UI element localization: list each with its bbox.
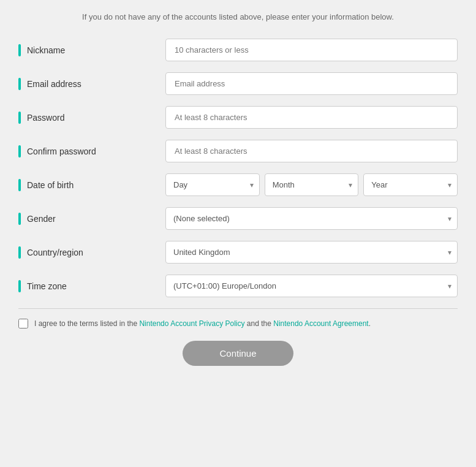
email-input[interactable] [165,72,458,95]
country-accent-bar [18,246,21,259]
year-select-wrapper: Year ▾ [363,173,458,196]
terms-text: I agree to the terms listed in the Ninte… [34,319,371,328]
day-select-wrapper: Day ▾ [165,173,260,196]
gender-label-area: Gender [18,213,165,225]
password-accent-bar [18,112,21,124]
confirm-password-input[interactable] [165,140,458,162]
timezone-select-area: (UTC+01:00) Europe/London (UTC+00:00) UT… [165,275,458,297]
country-label-area: Country/region [18,246,165,259]
terms-middle: and the [245,319,274,328]
timezone-accent-bar [18,280,21,292]
gender-select-area: (None selected) Male Female Other ▾ [165,207,458,230]
dob-selects: Day ▾ Month ▾ Year ▾ [165,173,458,196]
email-label: Email address [27,79,81,89]
country-row: Country/region United Kingdom United Sta… [18,241,458,264]
terms-checkbox[interactable] [18,319,28,328]
country-label: Country/region [27,248,83,257]
timezone-select-wrapper: (UTC+01:00) Europe/London (UTC+00:00) UT… [165,275,458,297]
password-input-area [165,106,458,129]
terms-prefix: I agree to the terms listed in the [34,319,139,328]
dob-row: Date of birth Day ▾ Month ▾ Year ▾ [18,173,458,196]
terms-suffix: . [369,319,371,328]
nickname-input[interactable] [165,39,458,61]
password-row: Password [18,106,458,129]
password-input[interactable] [165,106,458,129]
timezone-label-area: Time zone [18,280,165,292]
gender-select-wrapper: (None selected) Male Female Other ▾ [165,207,458,230]
nickname-label: Nickname [27,45,65,55]
nickname-row: Nickname [18,39,458,61]
intro-text: If you do not have any of the accounts l… [18,12,458,21]
gender-accent-bar [18,213,21,225]
timezone-select[interactable]: (UTC+01:00) Europe/London (UTC+00:00) UT… [165,275,458,297]
account-agreement-link[interactable]: Nintendo Account Agreement [273,319,368,328]
confirm-password-label: Confirm password [27,146,96,156]
button-row: Continue [18,341,458,366]
year-select[interactable]: Year [363,173,458,196]
nickname-label-area: Nickname [18,44,165,56]
day-select[interactable]: Day [165,173,260,196]
confirm-password-input-area [165,140,458,162]
privacy-policy-link[interactable]: Nintendo Account Privacy Policy [139,319,244,328]
country-select[interactable]: United Kingdom United States France Germ… [165,241,458,264]
confirm-password-accent-bar [18,145,21,158]
terms-row: I agree to the terms listed in the Ninte… [18,308,458,328]
country-select-area: United Kingdom United States France Germ… [165,241,458,264]
password-label: Password [27,113,64,123]
timezone-label: Time zone [27,281,67,291]
nickname-input-area [165,39,458,61]
email-row: Email address [18,72,458,95]
dob-accent-bar [18,179,21,191]
timezone-row: Time zone (UTC+01:00) Europe/London (UTC… [18,275,458,297]
month-select[interactable]: Month [265,173,359,196]
email-accent-bar [18,78,21,90]
continue-button[interactable]: Continue [183,341,293,366]
month-select-wrapper: Month ▾ [265,173,359,196]
email-label-area: Email address [18,78,165,90]
email-input-area [165,72,458,95]
gender-label: Gender [27,214,56,224]
dob-label: Date of birth [27,180,74,190]
gender-row: Gender (None selected) Male Female Other… [18,207,458,230]
confirm-password-label-area: Confirm password [18,145,165,158]
nickname-accent-bar [18,44,21,56]
password-label-area: Password [18,112,165,124]
gender-select[interactable]: (None selected) Male Female Other [165,207,458,230]
registration-form: If you do not have any of the accounts l… [0,0,476,384]
country-select-wrapper: United Kingdom United States France Germ… [165,241,458,264]
dob-label-area: Date of birth [18,179,165,191]
confirm-password-row: Confirm password [18,140,458,162]
